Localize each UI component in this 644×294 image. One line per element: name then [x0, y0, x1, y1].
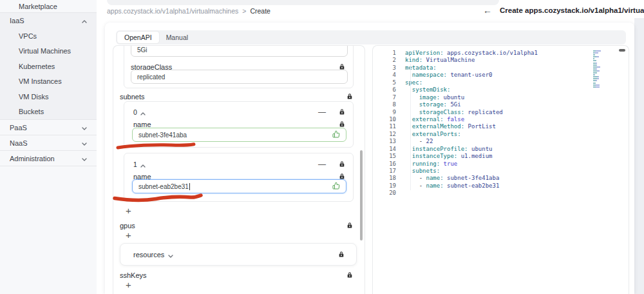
yaml-line: 12 externalPorts: — [373, 131, 629, 138]
lock-icon[interactable] — [346, 270, 353, 281]
subnet-item-0: 0 — name subnet-3fe41aba — [124, 101, 354, 148]
sidebar-item-marketplace[interactable]: Marketplace — [0, 0, 97, 13]
sidebar-section-label: NaaS — [10, 139, 28, 147]
sshkeys-label: sshKeys — [120, 271, 147, 279]
yaml-line: 6 systemDisk: — [373, 86, 629, 93]
line-number: 16 — [373, 161, 396, 168]
line-number: 4 — [373, 72, 396, 79]
sidebar-section-administration[interactable]: Administration — [0, 151, 97, 166]
line-number: 15 — [373, 153, 396, 160]
indent-guide — [410, 64, 411, 190]
storageclass-input[interactable]: replicated — [131, 70, 348, 84]
lock-icon[interactable] — [339, 159, 345, 170]
yaml-line: 9 storageClass: replicated — [373, 109, 629, 116]
storage-input[interactable]: 5Gi — [131, 45, 348, 57]
lock-icon[interactable] — [346, 220, 353, 231]
sidebar-item-vpcs[interactable]: VPCs — [0, 28, 97, 44]
sidebar-item-label: VM Instances — [19, 77, 62, 85]
valid-thumbs-up-icon — [332, 182, 340, 191]
subnet-item-1-header[interactable]: 1 — — [133, 159, 345, 170]
line-number: 6 — [373, 86, 396, 93]
drawer-header: ← Create apps.cozystack.io/v1alpha1/virt… — [483, 6, 644, 15]
subnets-label: subnets — [120, 93, 145, 101]
chevron-up-icon — [82, 17, 87, 24]
sidebar-item-label: VPCs — [19, 32, 37, 40]
add-subnet-button[interactable]: + — [126, 206, 131, 215]
sidebar-item-vm-disks[interactable]: VM Disks — [0, 89, 97, 104]
subnet-1-name-value: subnet-eab2be31 — [138, 183, 189, 190]
lock-icon[interactable] — [339, 106, 345, 118]
form-mode-tabs: OpenAPI Manual — [116, 30, 626, 44]
yaml-editor[interactable]: 1apiVersion: apps.cozystack.io/v1alpha12… — [372, 45, 629, 294]
sidebar-section-iaas[interactable]: IaaS — [0, 13, 97, 28]
remove-item-icon[interactable]: — — [318, 108, 326, 116]
openapi-form-panel: 5Gi storageClass replicated subnets 0 — — [113, 45, 365, 294]
chevron-down-icon — [82, 155, 87, 162]
yaml-line: 16 running: true — [373, 161, 629, 168]
tab-openapi[interactable]: OpenAPI — [117, 32, 159, 43]
line-number: 14 — [373, 146, 396, 153]
page-toolbar-remnant — [107, 0, 499, 5]
expand-chevron-icon — [168, 249, 173, 260]
breadcrumb-separator: > — [242, 7, 246, 15]
yaml-line: 2kind: VirtualMachine — [373, 57, 629, 64]
sidebar-item-virtual-machines[interactable]: Virtual Machines — [0, 44, 97, 59]
sidebar-item-label: VM Disks — [19, 93, 48, 101]
sidebar-section-label: PaaS — [10, 124, 27, 132]
line-number: 10 — [373, 116, 396, 123]
resources-expander[interactable]: resources — [120, 243, 357, 266]
subnet-0-name-value: subnet-3fe41aba — [138, 132, 332, 139]
line-number: 12 — [373, 131, 396, 138]
collapse-chevron-icon[interactable] — [140, 106, 146, 118]
sidebar-section-naas[interactable]: NaaS — [0, 135, 97, 151]
line-number: 3 — [373, 64, 396, 72]
line-number: 8 — [373, 101, 396, 108]
back-arrow-icon[interactable]: ← — [483, 6, 492, 15]
systemdisk-group: 5Gi storageClass replicated — [124, 45, 354, 88]
add-gpu-button[interactable]: + — [126, 230, 131, 240]
storageclass-input-value: replicated — [137, 74, 341, 81]
sidebar-item-label: Marketplace — [19, 3, 57, 10]
chevron-down-icon — [82, 124, 87, 132]
line-number: 7 — [373, 94, 396, 101]
sidebar-item-kubernetes[interactable]: Kubernetes — [0, 59, 97, 74]
line-number: 20 — [373, 190, 396, 197]
breadcrumb: apps.cozystack.io/v1alpha1/virtualmachin… — [107, 7, 270, 15]
yaml-line: 15 instanceType: u1.medium — [373, 153, 629, 160]
form-scrollbar-thumb[interactable] — [360, 150, 363, 240]
yaml-line: 5spec: — [373, 79, 629, 86]
sidebar-item-buckets[interactable]: Buckets — [0, 104, 97, 120]
sidebar-item-vm-instances[interactable]: VM Instances — [0, 74, 97, 90]
yaml-code: 1apiVersion: apps.cozystack.io/v1alpha12… — [373, 50, 629, 197]
subnet-1-name-input[interactable]: subnet-eab2be31 — [132, 179, 346, 193]
line-number: 9 — [373, 109, 396, 116]
subnet-0-name-input[interactable]: subnet-3fe41aba — [132, 128, 346, 142]
line-number: 13 — [373, 138, 396, 145]
editor-minimap — [593, 50, 605, 90]
breadcrumb-resource-link[interactable]: apps.cozystack.io/v1alpha1/virtualmachin… — [107, 7, 238, 15]
breadcrumb-current: Create — [250, 7, 270, 15]
yaml-line: 10 external: false — [373, 116, 629, 123]
sidebar-item-label: Kubernetes — [19, 63, 55, 70]
tab-manual[interactable]: Manual — [159, 32, 195, 43]
yaml-line: 20 — [373, 190, 629, 197]
yaml-line: 17 subnets: — [373, 168, 629, 175]
lock-icon[interactable] — [338, 249, 345, 260]
subnet-item-index: 0 — [133, 108, 137, 116]
chevron-down-icon — [82, 139, 87, 147]
sidebar-section-paas[interactable]: PaaS — [0, 120, 97, 135]
collapse-chevron-icon[interactable] — [140, 159, 146, 170]
add-sshkey-button[interactable]: + — [126, 280, 131, 289]
subnet-item-0-header[interactable]: 0 — — [133, 106, 345, 118]
subnet-item-1: 1 — name subnet-eab2be31 — [124, 153, 354, 202]
subnet-item-index: 1 — [133, 161, 137, 168]
yaml-line: 8 storage: 5Gi — [373, 101, 629, 108]
resources-label: resources — [133, 251, 164, 259]
create-form-card: OpenAPI Manual 5Gi storageClass replicat… — [105, 23, 634, 294]
yaml-line: 13 - 22 — [373, 138, 629, 145]
drawer-title: Create apps.cozystack.io/v1alpha1/virtua… — [500, 6, 644, 14]
remove-item-icon[interactable]: — — [318, 161, 326, 168]
yaml-line: 1apiVersion: apps.cozystack.io/v1alpha1 — [373, 50, 629, 57]
editor-scrollbar-thumb[interactable] — [619, 49, 625, 52]
yaml-line: 3metadata: — [373, 64, 629, 72]
